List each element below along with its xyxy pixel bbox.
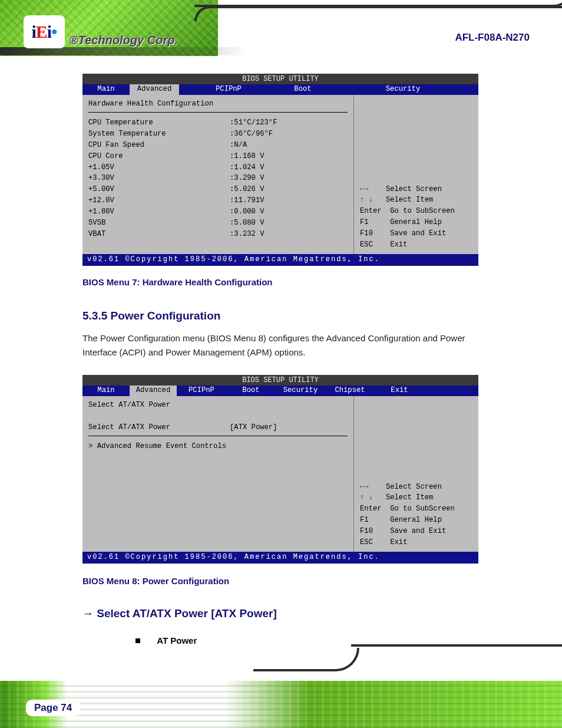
arrow-left-right-icon: ←→ — [360, 483, 369, 491]
nav-f1: F1 General Help — [360, 217, 474, 228]
row-adv-resume[interactable]: > Advanced Resume Event Controls — [88, 441, 348, 452]
header-shadow — [0, 47, 247, 55]
value: :5.080 V — [230, 218, 265, 229]
nav-enter: Enter Go to SubScreen — [360, 503, 474, 515]
section-heading-select-power: → Select AT/ATX Power [ATX Power] — [82, 607, 277, 620]
label: +3.30V — [88, 173, 230, 184]
row-cpu-temp: CPU Temperature:51°C/123°F — [88, 117, 348, 129]
row-12-0v: +12.0V:11.791V — [88, 195, 348, 206]
bios-tab-main[interactable]: Main — [82, 84, 130, 95]
bios-tab-advanced[interactable]: Advanced — [130, 84, 179, 95]
logo-box: iEi• — [24, 15, 65, 48]
label: +1.80V — [88, 206, 230, 218]
nav-esc: ESC Exit — [360, 239, 474, 251]
arrow-left-right-icon: ←→ — [360, 185, 369, 193]
figure-caption-bios8: BIOS Menu 8: Power Configuration — [82, 576, 229, 586]
figure-caption-bios7: BIOS Menu 7: Hardware Health Configurati… — [82, 277, 273, 287]
value: :5.026 V — [230, 184, 265, 195]
bullet-label: AT Power — [157, 635, 197, 645]
row-1-80v: +1.80V:0.000 V — [88, 206, 348, 218]
bios-nav-hints: ←→ Select Screen ↑ ↓ Select Item Enter G… — [360, 482, 474, 548]
header-band: iEi• ®Technology Corp. AFL-F08A-N270 — [0, 0, 562, 59]
value: :0.000 V — [230, 206, 265, 218]
bios-tab-security[interactable]: Security — [276, 386, 325, 396]
bios-rule — [88, 112, 348, 113]
nav-select-item: ↑ ↓ Select Item — [360, 195, 474, 206]
row-3-30v: +3.30V:3.290 V — [88, 173, 348, 184]
section-heading-power-config: 5.3.5 Power Configuration — [82, 309, 220, 322]
bios-tab-chipset[interactable]: Chipset — [325, 386, 375, 396]
row-at-atx[interactable]: Select AT/ATX Power [ATX Power] — [88, 422, 348, 433]
bios-titlebar: BIOS SETUP UTILITY — [82, 375, 478, 386]
value: [ATX Power] — [230, 422, 277, 433]
bios-rule — [88, 436, 348, 436]
bios-screen-power-config: BIOS SETUP UTILITY Main Advanced PCIPnP … — [82, 375, 478, 564]
label: CPU Core — [88, 151, 230, 162]
nav-enter: Enter Go to SubScreen — [360, 206, 474, 217]
nav-f10: F10 Save and Exit — [360, 526, 474, 537]
bios-tab-advanced[interactable]: Advanced — [130, 386, 177, 396]
iei-logo-icon: iEi• — [31, 23, 57, 41]
label: VBAT — [88, 229, 230, 240]
bios-section-heading: Select AT/ATX Power — [88, 400, 348, 411]
product-name: AFL-F08A-N270 — [455, 32, 530, 42]
label: System Temperature — [88, 129, 230, 140]
bios-footer: v02.61 ©Copyright 1985-2006, American Me… — [82, 254, 478, 266]
row-1-05v: +1.05V:1.024 V — [88, 162, 348, 173]
footer-line — [351, 644, 562, 650]
nav-select-item: ↑ ↓ Select Item — [360, 492, 474, 503]
value: :N/A — [230, 140, 247, 151]
bios-tab-pcipnp[interactable]: PCIPnP — [177, 386, 226, 396]
arrow-up-down-icon: ↑ ↓ — [360, 493, 373, 502]
label: +12.0V — [88, 195, 230, 206]
row-5vsb: 5VSB:5.080 V — [88, 218, 348, 229]
label: +5.00V — [88, 184, 230, 195]
bullet-at-power: AT Power — [135, 634, 197, 648]
bios-tab-main[interactable]: Main — [82, 386, 130, 396]
page-number: Page 74 — [26, 700, 80, 716]
value: :1.024 V — [230, 162, 265, 173]
bios-section-heading: Hardware Health Configuration — [88, 98, 348, 110]
row-sys-temp: System Temperature:36°C/96°F — [88, 129, 348, 140]
bios-body: Select AT/ATX Power Select AT/ATX Power … — [82, 396, 478, 552]
bios-menubar: Main Advanced PCIPnP Boot Security — [82, 84, 478, 95]
logo-subtitle: ®Technology Corp. — [70, 34, 178, 46]
section-paragraph-power-config: The Power Configuration menu (BIOS Menu … — [82, 331, 497, 360]
nav-f1: F1 General Help — [360, 515, 474, 526]
bios-footer: v02.61 ©Copyright 1985-2006, American Me… — [82, 552, 478, 564]
footer-curve — [253, 648, 359, 671]
arrow-up-down-icon: ↑ ↓ — [360, 196, 373, 204]
row-vbat: VBAT:3.232 V — [88, 229, 348, 240]
row-5-00v: +5.00V:5.026 V — [88, 184, 348, 195]
bios-tab-security[interactable]: Security — [328, 84, 478, 95]
bios-nav-hints: ←→ Select Screen ↑ ↓ Select Item Enter G… — [360, 184, 474, 251]
bios-tab-pcipnp[interactable]: PCIPnP — [179, 84, 278, 95]
value: :3.290 V — [230, 173, 265, 184]
square-bullet-icon — [135, 638, 140, 643]
bios-menubar: Main Advanced PCIPnP Boot Security Chips… — [82, 386, 478, 396]
value: :51°C/123°F — [230, 117, 277, 129]
bios-right-pane: ←→ Select Screen ↑ ↓ Select Item Enter G… — [353, 95, 478, 254]
bios-tab-boot[interactable]: Boot — [278, 84, 328, 95]
footer-band: Page 74 — [0, 657, 562, 728]
header-curve-lower — [194, 6, 562, 21]
label: CPU Temperature — [88, 117, 230, 129]
value: :36°C/96°F — [230, 129, 273, 140]
footer-pcb-art — [0, 681, 562, 728]
nav-esc: ESC Exit — [360, 537, 474, 548]
bios-tab-exit[interactable]: Exit — [375, 386, 424, 396]
value: :1.168 V — [230, 151, 265, 162]
nav-select-screen: ←→ Select Screen — [360, 184, 474, 195]
bios-titlebar: BIOS SETUP UTILITY — [82, 74, 478, 84]
bios-screen-hardware-health: BIOS SETUP UTILITY Main Advanced PCIPnP … — [82, 74, 478, 266]
label: +1.05V — [88, 162, 230, 173]
bios-tab-boot[interactable]: Boot — [226, 386, 276, 396]
label: CPU Fan Speed — [88, 140, 230, 151]
value: :3.232 V — [230, 229, 265, 240]
label: 5VSB — [88, 218, 230, 229]
row-cpu-fan: CPU Fan Speed:N/A — [88, 140, 348, 151]
value: :11.791V — [230, 195, 265, 206]
row-cpu-core: CPU Core:1.168 V — [88, 151, 348, 162]
label: > Advanced Resume Event Controls — [88, 441, 226, 452]
bios-right-pane: ←→ Select Screen ↑ ↓ Select Item Enter G… — [353, 396, 478, 552]
